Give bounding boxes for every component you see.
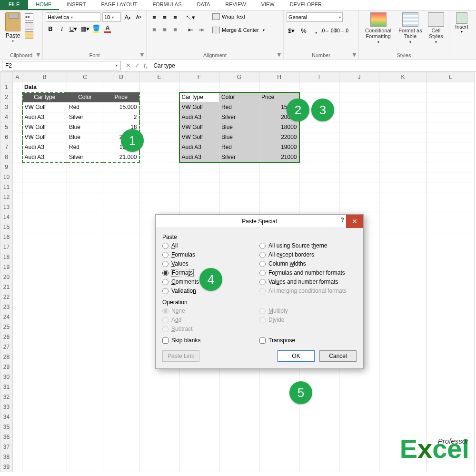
close-icon[interactable]: ✕ [346, 215, 363, 228]
dialog-launcher-icon[interactable]: ⯆ [36, 52, 40, 57]
cell[interactable]: 2 [103, 112, 139, 122]
accounting-format-icon[interactable]: $▾ [287, 26, 296, 35]
cell[interactable]: Silver [219, 152, 259, 162]
cell[interactable]: Silver [219, 112, 259, 122]
row-header[interactable]: 27 [0, 342, 13, 352]
radio-except-borders[interactable]: All except borders [259, 251, 357, 258]
row-header[interactable]: 26 [0, 332, 13, 342]
radio-all[interactable]: All [162, 242, 259, 249]
border-button[interactable]: ▦▾ [80, 24, 89, 33]
cell[interactable]: Red [67, 142, 103, 152]
row-header[interactable]: 6 [0, 132, 13, 142]
row-header[interactable]: 8 [0, 152, 13, 162]
col-header[interactable]: K [379, 72, 427, 82]
row-header[interactable]: 32 [0, 392, 13, 402]
row-header[interactable]: 31 [0, 382, 13, 392]
row-header[interactable]: 10 [0, 172, 13, 182]
wrap-text-button[interactable]: Wrap Text [210, 12, 267, 21]
row-header[interactable]: 19 [0, 262, 13, 272]
ok-button[interactable]: OK [278, 350, 315, 362]
align-center-icon[interactable]: ≡ [160, 25, 169, 34]
orientation-icon[interactable]: ⭦▾ [186, 12, 195, 22]
row-header[interactable]: 36 [0, 432, 13, 442]
increase-decimal-icon[interactable]: .0→.00 [324, 26, 333, 35]
row-header[interactable]: 28 [0, 352, 13, 362]
cell[interactable]: 22000 [259, 132, 299, 142]
radio-values-number[interactable]: Values and number formats [259, 278, 357, 285]
col-header[interactable]: A [13, 72, 22, 82]
cut-icon[interactable]: ✂ [25, 13, 33, 21]
row-header[interactable]: 34 [0, 412, 13, 422]
col-header[interactable]: I [299, 72, 339, 82]
cell[interactable]: Car type [179, 92, 219, 102]
row-header[interactable]: 20 [0, 272, 13, 282]
radio-values[interactable]: Values [162, 260, 259, 267]
tab-developer[interactable]: DEVELOPER [282, 0, 329, 10]
cell[interactable]: Color [219, 92, 259, 102]
underline-button[interactable]: U▾ [69, 24, 78, 33]
fill-color-button[interactable]: 🪣 [91, 24, 101, 33]
dialog-titlebar[interactable]: Paste Special ? ✕ [156, 215, 363, 228]
row-header[interactable]: 39 [0, 462, 13, 472]
enter-formula-icon[interactable]: ✓ [135, 62, 140, 69]
cell[interactable]: Audi A3 [22, 112, 67, 122]
dialog-launcher-icon[interactable]: ⯆ [352, 52, 357, 57]
format-as-table-button[interactable]: Format as Table▾ [397, 12, 424, 44]
row-header[interactable]: 3 [0, 102, 13, 112]
tab-insert[interactable]: INSERT [59, 0, 93, 10]
tab-data[interactable]: DATA [189, 0, 218, 10]
cell[interactable]: Blue [219, 122, 259, 132]
row-header[interactable]: 11 [0, 182, 13, 192]
fx-icon[interactable]: fx [144, 61, 148, 70]
cell[interactable]: Audi A3 [22, 152, 67, 162]
tab-view[interactable]: VIEW [254, 0, 282, 10]
check-transpose[interactable]: Transpose [259, 337, 357, 344]
row-header[interactable]: 9 [0, 162, 13, 172]
row-header[interactable]: 7 [0, 142, 13, 152]
row-header[interactable]: 18 [0, 252, 13, 262]
name-box[interactable]: F2▾ [2, 61, 121, 70]
number-format-combo[interactable]: General▾ [287, 12, 343, 22]
font-name-combo[interactable]: Helvetica▾ [46, 12, 100, 22]
cell-styles-button[interactable]: Cell Styles▾ [426, 12, 446, 44]
cancel-formula-icon[interactable]: ✕ [126, 62, 131, 69]
row-header[interactable]: 14 [0, 212, 13, 222]
copy-icon[interactable] [25, 22, 33, 30]
insert-cells-button[interactable]: Insert▾ [452, 12, 471, 34]
cell[interactable]: Red [219, 102, 259, 112]
format-painter-icon[interactable] [25, 31, 33, 39]
cell[interactable]: Color [67, 92, 103, 102]
tab-page-layout[interactable]: PAGE LAYOUT [93, 0, 145, 10]
cell[interactable]: Blue [219, 132, 259, 142]
increase-font-icon[interactable]: A▴ [123, 12, 132, 22]
radio-column-widths[interactable]: Column widths [259, 260, 357, 267]
increase-indent-icon[interactable]: ⇥ [196, 25, 206, 34]
cell[interactable]: Audi A3 [179, 112, 219, 122]
bold-button[interactable]: B [46, 24, 55, 33]
row-header[interactable]: 22 [0, 292, 13, 302]
cell[interactable]: 19000 [259, 142, 299, 152]
select-all-corner[interactable] [0, 72, 13, 82]
row-header[interactable]: 13 [0, 202, 13, 212]
dialog-launcher-icon[interactable]: ⯆ [277, 52, 281, 57]
row-header[interactable]: 37 [0, 442, 13, 452]
cell[interactable]: 18000 [259, 122, 299, 132]
align-bottom-icon[interactable]: ≡ [170, 12, 180, 22]
cell[interactable]: 21.000 [103, 152, 139, 162]
row-header[interactable]: 21 [0, 282, 13, 292]
cell[interactable]: Data [22, 82, 67, 92]
col-header[interactable]: D [103, 72, 139, 82]
cell[interactable]: Audi A3 [179, 152, 219, 162]
cell[interactable]: 21000 [259, 152, 299, 162]
tab-file[interactable]: FILE [0, 0, 28, 10]
decrease-font-icon[interactable]: A▾ [134, 12, 144, 22]
row-header[interactable]: 17 [0, 242, 13, 252]
col-header[interactable]: G [219, 72, 259, 82]
cell[interactable]: Silver [67, 112, 103, 122]
cell[interactable]: VW Golf [179, 122, 219, 132]
italic-button[interactable]: I [57, 24, 67, 33]
row-header[interactable]: 12 [0, 192, 13, 202]
paste-button[interactable]: Paste ▾ [3, 12, 23, 43]
check-skip-blanks[interactable]: Skip blanks [162, 337, 259, 344]
col-header[interactable]: E [139, 72, 179, 82]
